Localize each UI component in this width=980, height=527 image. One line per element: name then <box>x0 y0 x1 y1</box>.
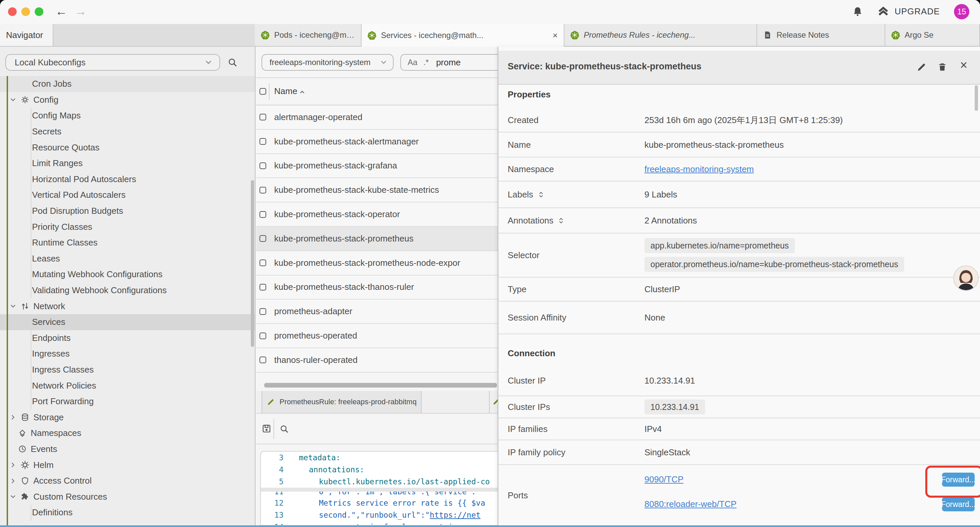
sidebar-item-services[interactable]: Services <box>0 314 255 330</box>
match-case-toggle[interactable]: Aa <box>407 58 417 67</box>
sidebar-item-custom-resources[interactable]: Custom Resources <box>0 489 255 505</box>
traffic-light-minimize-button[interactable] <box>21 7 30 16</box>
close-icon[interactable]: × <box>960 58 967 72</box>
table-row[interactable]: kube-prometheus-stack-grafana <box>256 154 498 178</box>
sidebar-search-icon[interactable] <box>228 57 237 67</box>
sidebar-scrollbar-thumb[interactable] <box>251 180 254 347</box>
forward-icon[interactable]: → <box>75 3 87 19</box>
editor-link[interactable]: https://net <box>430 511 480 519</box>
name-column-header[interactable]: Name <box>274 86 297 96</box>
editor-tab-prometheusrule[interactable]: PrometheusRule: freeleaps-prod-rabbitmq <box>261 391 422 413</box>
sort-ascending-icon[interactable] <box>299 89 305 96</box>
row-checkbox[interactable] <box>259 235 266 242</box>
namespace-link[interactable]: freeleaps-monitoring-system <box>644 164 754 174</box>
table-row[interactable]: kube-prometheus-stack-kube-state-metrics <box>256 178 498 202</box>
table-row[interactable]: kube-prometheus-stack-prometheus <box>256 227 498 251</box>
select-all-checkbox[interactable] <box>259 88 266 95</box>
avatar[interactable] <box>953 266 978 291</box>
table-row[interactable]: kube-prometheus-stack-operator <box>256 202 498 227</box>
table-row[interactable]: alertmanager-operated <box>256 105 498 130</box>
tab-release-notes[interactable]: Release Notes <box>757 24 885 46</box>
sidebar-item-resource-quotas[interactable]: Resource Quotas <box>0 139 255 155</box>
tab-pods-icecheng-mathmas[interactable]: Pods - icecheng@mathmas... <box>255 24 361 46</box>
forward-button[interactable]: Forward... <box>942 497 975 511</box>
editor-tab-partial[interactable] <box>492 398 498 406</box>
namespace-select[interactable]: freeleaps-monitoring-system <box>261 54 394 71</box>
table-row[interactable]: prometheus-adapter <box>256 299 498 324</box>
sidebar-item-config[interactable]: Config <box>0 92 255 108</box>
table-row[interactable]: kube-prometheus-stack-alertmanager <box>256 130 498 154</box>
traffic-light-close-button[interactable] <box>8 7 17 16</box>
sidebar-item-cron-jobs[interactable]: Cron Jobs <box>0 76 255 92</box>
sidebar-item-definitions[interactable]: Definitions <box>0 505 255 521</box>
back-icon[interactable]: ← <box>56 3 67 19</box>
row-checkbox[interactable] <box>259 114 266 120</box>
chevron-right-icon[interactable] <box>10 477 17 485</box>
table-horizontal-scrollbar-thumb[interactable] <box>264 383 497 388</box>
tab-close-icon[interactable]: × <box>553 30 558 41</box>
save-icon[interactable] <box>261 424 272 434</box>
row-checkbox[interactable] <box>259 260 266 266</box>
sidebar-item-storage[interactable]: Storage <box>0 409 255 425</box>
forward-button[interactable]: Forward... <box>942 473 975 487</box>
tab-argo-se[interactable]: Argo Se <box>885 24 980 46</box>
traffic-light-zoom-button[interactable] <box>35 7 43 16</box>
port-link[interactable]: 8080:reloader-web/TCP <box>644 499 737 509</box>
sidebar-item-runtime-classes[interactable]: Runtime Classes <box>0 235 255 251</box>
row-checkbox[interactable] <box>259 162 266 169</box>
tab-prometheus-rules-icecheng[interactable]: Prometheus Rules - icecheng... <box>565 24 757 46</box>
sidebar-item-ingress-classes[interactable]: Ingress Classes <box>0 362 255 378</box>
sort-updown-icon[interactable] <box>557 217 565 224</box>
sidebar-item-namespaces[interactable]: Namespaces <box>0 425 255 441</box>
table-row[interactable]: kube-prometheus-stack-thanos-ruler <box>256 275 498 300</box>
chevron-down-icon[interactable] <box>10 493 17 500</box>
table-row[interactable]: prometheus-operated <box>256 324 498 348</box>
details-scrollbar-thumb[interactable] <box>975 85 978 111</box>
sidebar-item-pod-disruption-budgets[interactable]: Pod Disruption Budgets <box>0 203 255 219</box>
sort-updown-icon[interactable] <box>538 191 545 198</box>
row-checkbox[interactable] <box>259 211 266 218</box>
notifications-bell-icon[interactable] <box>852 6 863 18</box>
tab-services-icecheng-math[interactable]: Services - icecheng@math...× <box>361 24 565 47</box>
row-checkbox[interactable] <box>259 308 266 315</box>
row-checkbox[interactable] <box>259 187 266 193</box>
chevron-down-icon[interactable] <box>10 96 17 103</box>
row-checkbox[interactable] <box>259 357 266 363</box>
row-checkbox[interactable] <box>259 333 266 339</box>
sidebar-item-vertical-pod-autoscalers[interactable]: Vertical Pod Autoscalers <box>0 187 255 203</box>
row-checkbox[interactable] <box>259 138 266 145</box>
sidebar-item-horizontal-pod-autoscalers[interactable]: Horizontal Pod Autoscalers <box>0 172 255 188</box>
yaml-editor[interactable]: 3metadata:4annotations:5kubectl.kubernet… <box>260 451 498 525</box>
edit-icon[interactable] <box>916 62 927 72</box>
sidebar-item-limit-ranges[interactable]: Limit Ranges <box>0 155 255 172</box>
sidebar-item-leases[interactable]: Leases <box>0 251 255 267</box>
editor-search-icon[interactable] <box>280 424 289 434</box>
sidebar-item-helm[interactable]: Helm <box>0 457 255 473</box>
sidebar-item-mutating-webhook-configurations[interactable]: Mutating Webhook Configurations <box>0 266 255 282</box>
regex-toggle[interactable]: .* <box>423 58 429 67</box>
list-search-input[interactable] <box>434 57 497 68</box>
sidebar-item-network[interactable]: Network <box>0 298 255 314</box>
upgrade-button[interactable]: UPGRADE <box>877 5 940 18</box>
sidebar-item-config-maps[interactable]: Config Maps <box>0 108 255 124</box>
chevron-right-icon[interactable] <box>10 414 17 421</box>
port-link[interactable]: 9090/TCP <box>644 474 684 484</box>
row-checkbox[interactable] <box>259 284 266 291</box>
delete-icon[interactable] <box>937 62 947 72</box>
sidebar-item-endpoints[interactable]: Endpoints <box>0 330 255 346</box>
table-row[interactable]: kube-prometheus-stack-prometheus-node-ex… <box>256 251 498 275</box>
sidebar-item-ingresses[interactable]: Ingresses <box>0 346 255 362</box>
notification-count-badge[interactable]: 15 <box>954 4 969 19</box>
kubeconfig-select[interactable]: Local Kubeconfigs <box>5 54 220 71</box>
table-row[interactable]: thanos-ruler-operated <box>256 348 498 373</box>
sidebar-item-secrets[interactable]: Secrets <box>0 124 255 140</box>
sidebar-item-access-control[interactable]: Access Control <box>0 473 255 489</box>
sidebar-item-priority-classes[interactable]: Priority Classes <box>0 219 255 235</box>
chevron-right-icon[interactable] <box>10 461 17 469</box>
tab-navigator[interactable]: Navigator <box>0 24 53 46</box>
sidebar-item-network-policies[interactable]: Network Policies <box>0 377 255 393</box>
chevron-down-icon[interactable] <box>10 303 17 310</box>
sidebar-item-events[interactable]: Events <box>0 441 255 457</box>
sidebar-item-port-forwarding[interactable]: Port Forwarding <box>0 393 255 409</box>
sidebar-item-validating-webhook-configurations[interactable]: Validating Webhook Configurations <box>0 282 255 299</box>
